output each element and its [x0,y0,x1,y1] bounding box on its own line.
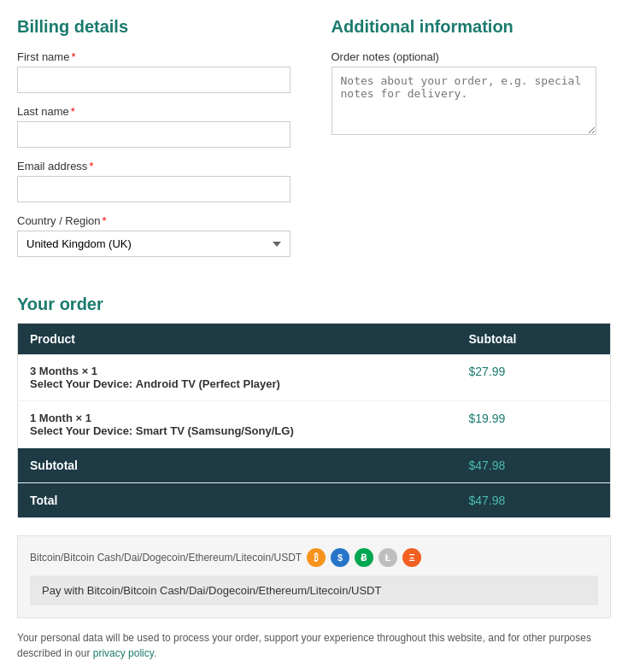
order-table: Product Subtotal 3 Months × 1 Select You… [17,323,611,518]
last-name-group: Last name* [17,105,297,148]
additional-info-section: Additional information Order notes (opti… [332,17,612,269]
total-label: Total [18,483,457,518]
privacy-note: Your personal data will be used to proce… [17,630,611,661]
order-notes-label: Order notes (optional) [332,50,612,63]
billing-title: Billing details [17,17,297,37]
table-row: 1 Month × 1 Select Your Device: Smart TV… [18,401,611,448]
billing-section: Billing details First name* Last name* E… [17,17,297,269]
product-name-2: 1 Month × 1 [30,412,445,424]
usdc-icon: $ [331,548,349,567]
order-notes-group: Order notes (optional) [332,50,612,137]
email-label: Email address* [17,160,297,172]
last-name-input[interactable] [17,121,291,148]
crypto-label: Bitcoin/Bitcoin Cash/Dai/Dogecoin/Ethere… [30,552,302,564]
privacy-policy-link[interactable]: privacy policy [93,647,154,659]
price-cell-2: $19.99 [457,401,611,448]
your-order-title: Your order [17,295,611,314]
payment-icons-row: Bitcoin/Bitcoin Cash/Dai/Dogecoin/Ethere… [30,548,598,567]
country-group: Country / Region* United Kingdom (UK) [17,214,297,257]
first-name-input[interactable] [17,67,291,93]
first-name-group: First name* [17,50,297,93]
product-name-1: 3 Months × 1 [30,365,445,377]
pay-with-crypto-button[interactable]: Pay with Bitcoin/Bitcoin Cash/Dai/Dogeco… [30,576,598,605]
product-detail-1: Select Your Device: Android TV (Perfect … [30,377,445,390]
country-label: Country / Region* [17,214,297,227]
your-order-section: Your order Product Subtotal 3 Months × 1… [17,295,611,518]
table-row: 3 Months × 1 Select Your Device: Android… [18,354,611,401]
last-name-label: Last name* [17,105,297,118]
first-name-label: First name* [17,50,297,63]
order-notes-input[interactable] [332,67,596,135]
bch-icon: Ƀ [355,548,373,567]
payment-section: Bitcoin/Bitcoin Cash/Dai/Dogecoin/Ethere… [17,535,611,618]
product-cell: 3 Months × 1 Select Your Device: Android… [18,354,457,401]
price-cell-1: $27.99 [457,354,611,401]
product-detail-2: Select Your Device: Smart TV (Samsung/So… [30,424,445,437]
product-cell-2: 1 Month × 1 Select Your Device: Smart TV… [18,401,457,448]
eth-icon: Ξ [402,548,421,567]
total-row: Total $47.98 [18,483,611,518]
col-product: Product [18,324,457,355]
subtotal-label: Subtotal [18,448,457,483]
email-group: Email address* [17,160,297,202]
col-subtotal: Subtotal [457,324,611,355]
subtotal-value: $47.98 [457,448,611,483]
subtotal-row: Subtotal $47.98 [18,448,611,483]
total-value: $47.98 [457,483,611,518]
additional-title: Additional information [332,17,612,37]
email-input[interactable] [17,176,291,202]
btc-icon: ₿ [307,548,326,567]
ltc-icon: Ł [379,548,397,567]
country-select[interactable]: United Kingdom (UK) [17,231,291,257]
